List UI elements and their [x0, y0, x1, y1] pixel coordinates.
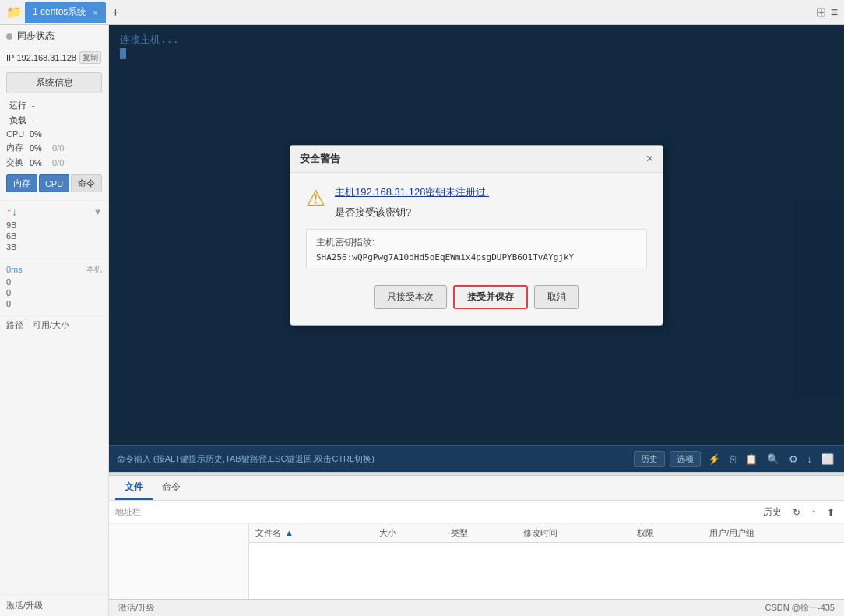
fingerprint-section: 主机密钥指纹: SHA256:wQPgPwg7A10dHd5oEqEWmix4p…	[306, 229, 647, 269]
sys-info-button[interactable]: 系统信息	[6, 72, 102, 93]
accept-save-button[interactable]: 接受并保存	[453, 285, 528, 309]
path-header: 路径 可用/大小	[6, 319, 102, 331]
upload2-button[interactable]: ⬆	[824, 505, 838, 519]
latency-row: 0ms 本机	[0, 262, 108, 276]
address-bar-label: 地址栏	[115, 506, 141, 518]
lat-0-2: 0	[0, 287, 108, 298]
terminal-bottom-bar: 命令输入 (按ALT键提示历史,TAB键路径,ESC键返回,双击CTRL切换) …	[109, 445, 844, 472]
settings-icon-button[interactable]: ⚙	[786, 452, 800, 466]
file-panel: 文件 命令 地址栏 历史 ↻ ↑ ⬆	[109, 476, 844, 599]
tab-cpu-button[interactable]: CPU	[39, 174, 70, 192]
stat-9b: 9B	[0, 220, 108, 231]
lat-0-3: 0	[0, 298, 108, 309]
col-size: 大小	[373, 524, 445, 543]
file-tab-files[interactable]: 文件	[115, 476, 153, 500]
load-row: 负载 -	[0, 113, 108, 128]
bottom-bar: 激活/升级 CSDN @徐一-435	[109, 599, 844, 616]
cmd-hint: 命令输入 (按ALT键提示历史,TAB键路径,ESC键返回,双击CTRL切换)	[117, 453, 375, 465]
path-label: 路径	[6, 319, 23, 331]
terminal-area[interactable]: 连接主机... 安全警告 × ⚠ 主机192.168.31.128密钥未注册过.	[109, 25, 844, 445]
dialog-warning-row: ⚠ 主机192.168.31.128密钥未注册过. 是否接受该密钥?	[306, 185, 647, 220]
cancel-button[interactable]: 取消	[534, 285, 579, 309]
folder-button[interactable]: 📁	[6, 5, 22, 19]
mem-value: 0%	[30, 143, 49, 153]
run-value: -	[32, 100, 35, 110]
download-icon: ↓	[12, 206, 17, 218]
list-view-icon[interactable]: ≡	[831, 5, 838, 19]
file-content: 文件名 ▲ 大小 类型 修改时间 权限 用户/用户组	[249, 524, 844, 599]
sort-arrow: ▲	[285, 528, 294, 537]
col-user: 用户/用户组	[703, 524, 844, 543]
ip-label: IP	[6, 53, 14, 62]
latency-section: 0ms 本机 0 0 0	[0, 259, 108, 312]
add-tab-button[interactable]: +	[109, 5, 122, 19]
file-toolbar-right: 历史 ↻ ↑ ⬆	[760, 504, 838, 520]
path-section: 路径 可用/大小	[0, 315, 108, 334]
cpu-label: CPU	[6, 129, 30, 139]
tab-label: 1 centos系统	[33, 5, 86, 19]
stat-6b: 6B	[0, 231, 108, 241]
tab-cmd-button[interactable]: 命令	[71, 174, 102, 192]
top-bar-right: ⊞ ≡	[816, 5, 838, 19]
file-toolbar: 地址栏 历史 ↻ ↑ ⬆	[109, 501, 844, 524]
fp-value: SHA256:wQPgPwg7A10dHd5oEqEWmix4psgDUPYB6…	[316, 252, 637, 262]
search-icon-button[interactable]: 🔍	[765, 452, 782, 466]
col-filename: 文件名 ▲	[249, 524, 373, 543]
select-button[interactable]: 选项	[670, 451, 701, 467]
file-tab-cmd[interactable]: 命令	[153, 476, 190, 500]
upload-button[interactable]: ↑	[808, 505, 819, 519]
file-tabs: 文件 命令	[109, 476, 844, 501]
top-bar: 📁 1 centos系统 × + ⊞ ≡	[0, 0, 844, 25]
dialog-message-line2: 是否接受该密钥?	[335, 206, 489, 220]
network-stats: ↑ ↓ ▼ 9B 6B 3B	[0, 200, 108, 255]
lightning-icon-button[interactable]: ⚡	[705, 452, 723, 466]
active-tab[interactable]: 1 centos系统 ×	[25, 2, 106, 23]
fp-label: 主机密钥指纹:	[316, 236, 637, 249]
mem-extra: 0/0	[52, 143, 64, 153]
activate-row[interactable]: 激活/升级	[0, 594, 108, 616]
warning-icon: ⚠	[306, 185, 325, 211]
expand-icon-button[interactable]: ⬜	[819, 452, 836, 466]
dialog-title-bar: 安全警告 ×	[290, 146, 663, 173]
swap-value: 0%	[30, 158, 49, 167]
cpu-row: CPU 0%	[0, 128, 108, 140]
accept-once-button[interactable]: 只接受本次	[374, 285, 447, 309]
run-label: 运行	[9, 100, 26, 110]
dialog-message-line1: 主机192.168.31.128密钥未注册过.	[335, 186, 489, 198]
clipboard-icon-button[interactable]: 📋	[743, 452, 760, 466]
col-perm: 权限	[631, 524, 703, 543]
ip-row: IP 192.168.31.128 复制	[0, 48, 108, 68]
swap-label: 交换	[6, 157, 30, 168]
tab-close-icon[interactable]: ×	[93, 8, 97, 17]
download-icon-button[interactable]: ↓	[805, 452, 815, 466]
copy-ip-button[interactable]: 复制	[79, 51, 101, 64]
tab-mem-button[interactable]: 内存	[6, 174, 37, 192]
lat-0-1: 0	[0, 276, 108, 287]
latency-label: 本机	[86, 264, 102, 275]
terminal-actions: 历史 选项 ⚡ ⎘ 📋 🔍 ⚙ ↓ ⬜	[634, 451, 837, 467]
activate-label: 激活/升级	[6, 600, 43, 610]
col-modified: 修改时间	[517, 524, 631, 543]
mem-label: 内存	[6, 142, 30, 153]
history-button[interactable]: 历史	[634, 451, 665, 467]
activate-status[interactable]: 激活/升级	[118, 602, 155, 614]
sync-label: 同步状态	[17, 30, 55, 43]
refresh-button[interactable]: ↻	[789, 505, 804, 519]
grid-view-icon[interactable]: ⊞	[816, 5, 826, 19]
watermark: CSDN @徐一-435	[765, 602, 835, 614]
sync-status-dot	[6, 33, 12, 40]
size-label: 可用/大小	[33, 319, 69, 331]
dialog-close-button[interactable]: ×	[646, 152, 653, 166]
upload-icon: ↑	[6, 206, 12, 218]
load-label: 负载	[9, 115, 26, 125]
sidebar-header: 同步状态	[0, 25, 108, 48]
run-row: 运行 -	[0, 98, 108, 113]
swap-row: 交换 0% 0/0	[0, 155, 108, 170]
copy-icon-button[interactable]: ⎘	[727, 452, 738, 466]
sidebar: 同步状态 IP 192.168.31.128 复制 系统信息 运行 - 负载 -…	[0, 25, 109, 616]
col-type: 类型	[445, 524, 517, 543]
load-value: -	[32, 115, 35, 125]
swap-extra: 0/0	[52, 158, 64, 167]
history-toolbar-button[interactable]: 历史	[760, 504, 785, 520]
dialog-title: 安全警告	[300, 152, 340, 166]
